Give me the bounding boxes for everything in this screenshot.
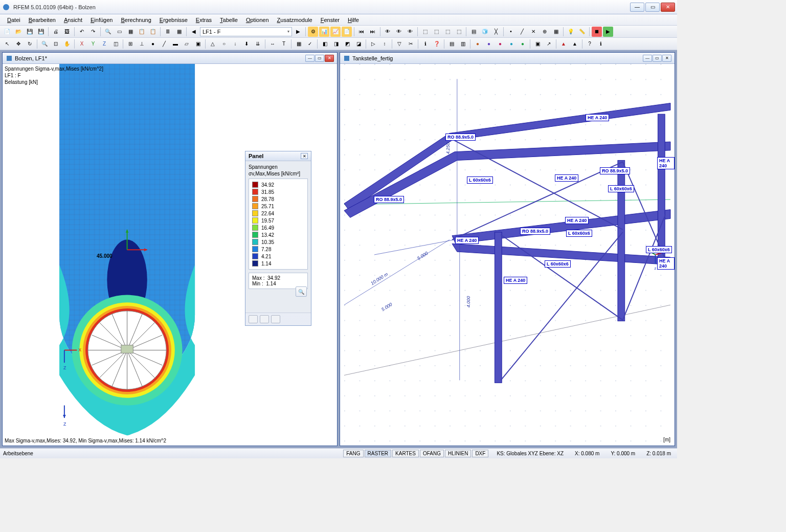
iso-icon[interactable]: ◫ — [110, 39, 121, 49]
menu-ergebnisse[interactable]: Ergebnisse — [155, 16, 192, 24]
graph-icon[interactable]: 📈 — [330, 27, 341, 37]
check-icon[interactable]: ✓ — [305, 39, 315, 49]
measure-icon[interactable]: 📏 — [577, 27, 587, 37]
rotate-icon[interactable]: ↻ — [25, 39, 35, 49]
render-icon[interactable]: ▲ — [558, 39, 569, 49]
next-icon[interactable]: ▶ — [293, 27, 303, 37]
status-tab-hlinien[interactable]: HLINIEN — [445, 450, 471, 457]
pan-icon[interactable]: ✋ — [62, 39, 72, 49]
3d-icon[interactable]: 🧊 — [480, 27, 490, 37]
text-icon[interactable]: T — [279, 39, 289, 49]
panel-close-icon[interactable]: ✕ — [301, 153, 308, 159]
panel-tab-1-icon[interactable] — [249, 315, 258, 323]
open-icon[interactable]: 📂 — [13, 27, 24, 37]
menu-ansicht[interactable]: Ansicht — [60, 16, 86, 24]
about-icon[interactable]: ℹ — [596, 39, 606, 49]
color-1-icon[interactable]: ● — [473, 39, 483, 49]
query-icon[interactable]: ❓ — [432, 39, 442, 49]
nav-last-icon[interactable]: ⏭ — [368, 27, 378, 37]
menu-einfügen[interactable]: Einfügen — [86, 16, 117, 24]
status-tab-fang[interactable]: FANG — [343, 450, 363, 457]
structure-canvas-right[interactable]: x z HE A 240 HE A 240 HE A 240 HE A 240 … — [340, 64, 675, 446]
export-icon[interactable]: ↗ — [544, 39, 554, 49]
tool-3-icon[interactable]: ⬚ — [442, 27, 453, 37]
table-icon[interactable]: ▦ — [125, 27, 136, 37]
menu-zusatzmodule[interactable]: Zusatzmodule — [273, 16, 317, 24]
load-line-icon[interactable]: ⬇ — [241, 39, 252, 49]
zoom-fit-icon[interactable]: ⊡ — [51, 39, 61, 49]
prev-icon[interactable]: ◀ — [189, 27, 199, 37]
move-icon[interactable]: ✥ — [13, 39, 24, 49]
menu-bearbeiten[interactable]: Bearbeiten — [25, 16, 60, 24]
filter-icon[interactable]: ▽ — [394, 39, 405, 49]
load-area-icon[interactable]: ⇊ — [253, 39, 263, 49]
result-4-icon[interactable]: ◪ — [353, 39, 364, 49]
snap-icon[interactable]: ⊞ — [125, 39, 136, 49]
status-tab-kartes[interactable]: KARTES — [392, 450, 419, 457]
menu-tabelle[interactable]: Tabelle — [216, 16, 242, 24]
status-tab-dxf[interactable]: DXF — [472, 450, 488, 457]
menu-berechnung[interactable]: Berechnung — [117, 16, 155, 24]
status-tab-ofang[interactable]: OFANG — [420, 450, 444, 457]
tool-1-icon[interactable]: ⬚ — [420, 27, 430, 37]
load-node-icon[interactable]: ↓ — [230, 39, 240, 49]
results-icon[interactable]: 📊 — [319, 27, 329, 37]
view-y-icon[interactable]: Y — [88, 39, 98, 49]
loadcase-combo[interactable]: LF1 - F▾ — [200, 27, 292, 36]
menu-datei[interactable]: Datei — [3, 16, 25, 24]
fea-canvas-left[interactable]: X Z Z Spannungen Sigma-v,max,Mises [kN/c… — [3, 64, 337, 446]
coord-icon[interactable]: ⊕ — [540, 27, 550, 37]
result-3-icon[interactable]: ◩ — [342, 39, 352, 49]
support-icon[interactable]: △ — [208, 39, 218, 49]
window-tile-icon[interactable]: ▤ — [446, 39, 457, 49]
result-2-icon[interactable]: ◨ — [331, 39, 341, 49]
panel-tab-2-icon[interactable] — [260, 315, 269, 323]
results-panel[interactable]: Panel✕ Spannungen σv,Max,Mises [kN/cm²] … — [245, 151, 311, 326]
zoom-icon[interactable]: 🔍 — [39, 39, 50, 49]
info-icon[interactable]: ℹ — [420, 39, 431, 49]
grid2-icon[interactable]: ▦ — [551, 27, 561, 37]
print-icon[interactable]: 🖨 — [51, 27, 61, 37]
render2-icon[interactable]: ▲ — [570, 39, 580, 49]
nav-first-icon[interactable]: ⏮ — [356, 27, 367, 37]
panel-tab-3-icon[interactable] — [271, 315, 280, 323]
stop-icon[interactable]: ⏹ — [592, 27, 602, 37]
undo-icon[interactable]: ↶ — [77, 27, 87, 37]
color-5-icon[interactable]: ● — [518, 39, 528, 49]
sub-close-button[interactable]: ✕ — [325, 55, 334, 62]
view-3-icon[interactable]: 👁 — [405, 27, 415, 37]
view-x-icon[interactable]: X — [77, 39, 87, 49]
ortho-icon[interactable]: ⊥ — [137, 39, 147, 49]
hinge-icon[interactable]: ○ — [219, 39, 229, 49]
clip-icon[interactable]: ✂ — [406, 39, 416, 49]
view-2-icon[interactable]: 👁 — [394, 27, 404, 37]
wire-icon[interactable]: ╳ — [491, 27, 501, 37]
close-button[interactable]: ✕ — [661, 3, 675, 12]
print-preview-icon[interactable]: 🖼 — [62, 27, 72, 37]
layer-icon[interactable]: ▤ — [468, 27, 479, 37]
mesh-icon[interactable]: ▦ — [294, 39, 304, 49]
menu-fenster[interactable]: Fenster — [317, 16, 344, 24]
node2-icon[interactable]: ● — [148, 39, 158, 49]
sub-close-button[interactable]: ✕ — [662, 55, 671, 62]
tool-2-icon[interactable]: ⬚ — [431, 27, 441, 37]
list-icon[interactable]: ≣ — [163, 27, 173, 37]
dim-icon[interactable]: ↔ — [267, 39, 278, 49]
color-4-icon[interactable]: ● — [506, 39, 516, 49]
line2-icon[interactable]: ╱ — [159, 39, 169, 49]
node-icon[interactable]: • — [506, 27, 516, 37]
menu-extras[interactable]: Extras — [192, 16, 216, 24]
scale-icon[interactable]: ↕ — [379, 39, 390, 49]
subwindow-titlebar[interactable]: Bolzen, LF1* — ▭ ✕ — [3, 53, 337, 64]
surface-icon[interactable]: ▱ — [182, 39, 192, 49]
cad-icon[interactable]: ▣ — [532, 39, 543, 49]
sub-maximize-button[interactable]: ▭ — [653, 55, 662, 62]
run-icon[interactable]: ▶ — [603, 27, 613, 37]
color-2-icon[interactable]: ● — [484, 39, 494, 49]
window-cascade-icon[interactable]: ▥ — [458, 39, 468, 49]
pointer-icon[interactable]: ↖ — [2, 39, 12, 49]
paste-icon[interactable]: 📋 — [148, 27, 158, 37]
solid-icon[interactable]: ▣ — [193, 39, 203, 49]
cross-icon[interactable]: ✕ — [528, 27, 538, 37]
minimize-button[interactable]: — — [630, 3, 644, 12]
